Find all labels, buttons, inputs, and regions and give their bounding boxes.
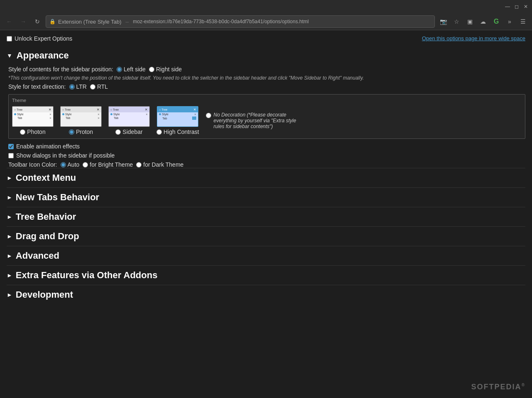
sync-button[interactable]: ☁ — [477, 16, 489, 27]
restore-button[interactable]: ◻ — [514, 4, 520, 10]
enable-animation-label[interactable]: Enable animation effects — [16, 143, 80, 150]
title-bar: — ◻ ✕ — [0, 0, 532, 13]
tree-behavior-section[interactable]: ► Tree Behavior — [7, 207, 525, 226]
unlock-expert-checkbox[interactable] — [7, 36, 12, 41]
context-menu-section[interactable]: ► Context Menu — [7, 168, 525, 187]
proton-x-1: ✕ — [98, 113, 100, 116]
screenshot-button[interactable]: 📷 — [437, 16, 449, 27]
proton-item-1: Style ✕ — [61, 112, 101, 116]
high-contrast-preview: ○ Tree ✕ Style ✕ Tab — [157, 106, 198, 127]
show-dialogs-checkbox[interactable] — [8, 153, 14, 158]
toolbar-color-row: Toolbar Icon Color: Auto for Bright Them… — [8, 161, 525, 168]
new-tabs-behavior-section[interactable]: ► New Tabs Behavior — [7, 187, 525, 207]
toolbar-auto-radio[interactable] — [61, 162, 66, 167]
drag-and-drop-section[interactable]: ► Drag and Drop — [7, 226, 525, 246]
high-contrast-close-icon: ✕ — [193, 108, 196, 112]
sidebar-radio[interactable] — [115, 129, 121, 135]
refresh-button[interactable]: ↻ — [32, 16, 43, 27]
toolbar-auto-option[interactable]: Auto — [61, 161, 80, 168]
appearance-title: Appearance — [17, 50, 69, 61]
show-dialogs-label[interactable]: Show dialogs in the sidebar if possible — [16, 152, 115, 159]
toolbar-dark-radio[interactable] — [136, 162, 142, 167]
development-title: Development — [16, 289, 73, 300]
proton-preview: ○ Tree ✕ Style ✕ Tab ✕ — [60, 106, 102, 127]
development-chevron: ► — [7, 291, 12, 298]
ltr-option[interactable]: LTR — [69, 83, 87, 90]
greasemonkey-button[interactable]: G — [491, 16, 502, 27]
appearance-content: Style of contents for the sidebar positi… — [8, 66, 525, 168]
development-section[interactable]: ► Development — [7, 285, 525, 304]
toolbar-color-label: Toolbar Icon Color: — [8, 161, 57, 168]
tab-title: Extension (Tree Style Tab) — [58, 19, 121, 25]
context-menu-chevron: ► — [7, 175, 12, 181]
right-side-option[interactable]: Right side — [149, 66, 182, 73]
url-display: moz-extension://b76e19da-773b-4538-b0dc-… — [133, 19, 431, 24]
theme-option-sidebar: ○ Tree ✕ Style ✕ Tab — [108, 106, 150, 135]
address-bar[interactable]: 🔒 Extension (Tree Style Tab) – moz-exten… — [46, 15, 435, 28]
advanced-section[interactable]: ► Advanced — [7, 246, 525, 265]
softpedia-watermark: SOFTPEDIA® — [471, 383, 525, 391]
high-contrast-label: High Contrast — [164, 129, 199, 135]
sidebar-item-2: Tab — [109, 116, 149, 120]
proton-header: ○ Tree ✕ — [61, 107, 101, 112]
rtl-option[interactable]: RTL — [90, 83, 108, 90]
drag-and-drop-title: Drag and Drop — [16, 231, 79, 242]
high-contrast-header: ○ Tree ✕ — [157, 107, 198, 112]
extra-features-title: Extra Features via Other Addons — [16, 270, 158, 281]
high-contrast-radio-row: High Contrast — [156, 129, 199, 135]
back-button[interactable]: ← — [3, 16, 15, 27]
forward-button[interactable]: → — [17, 16, 29, 27]
right-side-radio[interactable] — [149, 67, 154, 72]
ltr-radio[interactable] — [69, 84, 75, 90]
extra-features-section[interactable]: ► Extra Features via Other Addons — [7, 265, 525, 285]
rtl-label: RTL — [97, 83, 108, 90]
no-decoration-label: No Decoration (*Please decorate everythi… — [214, 112, 297, 129]
open-wide-link[interactable]: Open this options page in more wide spac… — [422, 35, 525, 41]
nav-right-buttons: 📷 ☆ ▣ ☁ G » ☰ — [437, 16, 529, 27]
toolbar-bright-option[interactable]: for Bright Theme — [83, 161, 133, 168]
left-side-option[interactable]: Left side — [117, 66, 146, 73]
unlock-expert-label[interactable]: Unlock Expert Options — [15, 35, 72, 42]
toolbar-dark-option[interactable]: for Dark Theme — [136, 161, 183, 168]
theme-option-high-contrast: ○ Tree ✕ Style ✕ Tab — [156, 106, 199, 135]
high-contrast-item-2: Tab — [157, 116, 198, 120]
photon-radio-row: Photon — [20, 129, 45, 135]
no-decoration-radio[interactable] — [206, 113, 211, 118]
theme-box: Theme ○ Tree ✕ Style ✕ — [8, 94, 525, 139]
theme-options: ○ Tree ✕ Style ✕ Tab ✕ — [12, 106, 522, 135]
minimize-button[interactable]: — — [505, 4, 510, 10]
sidebar-position-label: Style of contents for the sidebar positi… — [8, 66, 113, 73]
photon-header: ○ Tree ✕ — [12, 107, 53, 112]
top-row: Unlock Expert Options Open this options … — [7, 35, 525, 45]
appearance-section-header[interactable]: ▼ Appearance — [7, 49, 525, 63]
tree-behavior-title: Tree Behavior — [16, 211, 76, 222]
proton-label: Proton — [76, 129, 93, 135]
bookmark-star-button[interactable]: ☆ — [451, 16, 462, 27]
advanced-chevron: ► — [7, 252, 12, 259]
left-side-label: Left side — [124, 66, 146, 73]
container-button[interactable]: ▣ — [464, 16, 476, 27]
high-contrast-dot-1 — [159, 113, 161, 115]
photon-radio[interactable] — [20, 129, 25, 135]
theme-option-photon: ○ Tree ✕ Style ✕ Tab ✕ — [12, 106, 54, 135]
proton-radio[interactable] — [69, 129, 74, 135]
watermark-text: SOFTPEDIA — [471, 383, 522, 391]
left-side-radio[interactable] — [117, 67, 122, 72]
menu-button[interactable]: ☰ — [517, 16, 529, 27]
toolbar-bright-label: for Bright Theme — [90, 161, 133, 168]
toolbar-bright-radio[interactable] — [83, 162, 88, 167]
new-tabs-behavior-chevron: ► — [7, 194, 12, 201]
close-button[interactable]: ✕ — [523, 4, 529, 10]
more-tools-button[interactable]: » — [504, 16, 515, 27]
proton-x-2: ✕ — [98, 116, 100, 119]
photon-x-2: ✕ — [49, 116, 51, 119]
enable-animation-checkbox[interactable] — [8, 144, 14, 149]
high-contrast-radio[interactable] — [156, 129, 162, 135]
enable-animation-row: Enable animation effects — [8, 143, 525, 150]
text-direction-row: Style for text direction: LTR RTL — [8, 83, 525, 90]
rtl-radio[interactable] — [90, 84, 95, 90]
sidebar-dot-1 — [110, 113, 112, 115]
sidebar-close-icon: ✕ — [145, 108, 148, 112]
page-content: Unlock Expert Options Open this options … — [0, 30, 532, 398]
drag-and-drop-chevron: ► — [7, 233, 12, 240]
